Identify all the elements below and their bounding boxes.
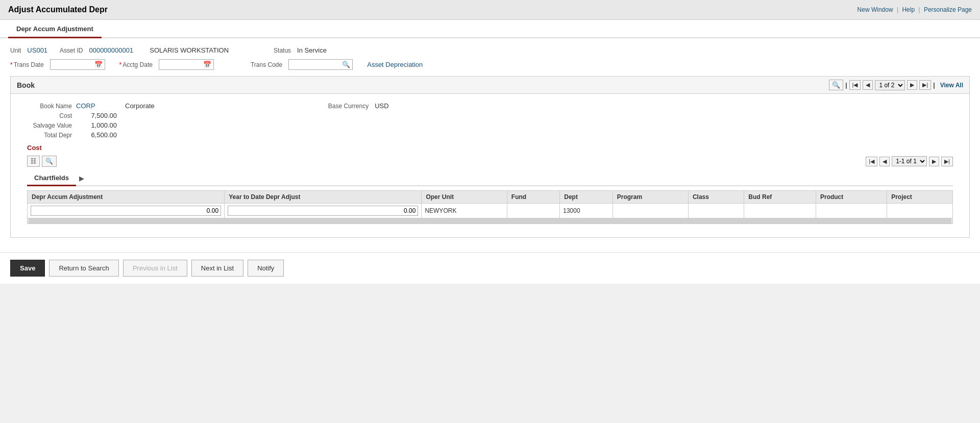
cell-program: [612, 204, 688, 218]
chartfields-tab[interactable]: Chartfields: [27, 171, 76, 186]
input-depr-accum-adjustment[interactable]: [31, 206, 221, 216]
cell-ytd-depr-adjust[interactable]: [225, 204, 422, 218]
scrollbar-row: [28, 218, 953, 224]
cell-fund: [507, 204, 559, 218]
col-oper-unit: Oper Unit: [422, 191, 507, 204]
help-link[interactable]: Help: [902, 6, 915, 13]
trans-code-search-icon[interactable]: 🔍: [342, 61, 350, 68]
salvage-value-label: Salvage Value: [21, 122, 72, 129]
book-last-btn[interactable]: ▶|: [919, 80, 931, 90]
col-class: Class: [688, 191, 744, 204]
form-row-2: Trans Date 12/19/2023 📅 Acctg Date 12/19…: [10, 59, 970, 70]
cell-depr-accum-adjustment[interactable]: [28, 204, 225, 218]
trans-date-label: Trans Date: [10, 61, 44, 68]
book-section-panel: Book 🔍 | |◀ ◀ 1 of 2 2 of 2 ▶ ▶| | View …: [10, 76, 970, 238]
cost-nav: |◀ ◀ 1-1 of 1 ▶ ▶|: [866, 156, 953, 166]
chartfields-tabs-row: Chartfields ▶: [27, 171, 953, 186]
cost-page-select[interactable]: 1-1 of 1: [892, 156, 927, 166]
book-name-row: Book Name CORP Corporate: [21, 102, 155, 110]
book-left-fields: Book Name CORP Corporate Cost 7,500.00 S…: [21, 102, 155, 139]
salvage-value-row: Salvage Value 1,000.00: [21, 121, 155, 129]
form-row-1: Unit US001 Asset ID 000000000001 SOLARIS…: [10, 46, 970, 54]
base-currency-row: Base Currency USD: [328, 102, 389, 110]
trans-date-cal-icon[interactable]: 📅: [94, 61, 103, 68]
trans-code-wrap: 🔍: [288, 59, 353, 70]
book-next-btn[interactable]: ▶: [907, 80, 917, 90]
col-dept: Dept: [560, 191, 613, 204]
return-to-search-button[interactable]: Return to Search: [49, 260, 118, 277]
cost-grid-btn[interactable]: ☷: [27, 156, 40, 167]
trans-code-input[interactable]: [291, 61, 342, 68]
acctg-date-wrap: 12/19/2023 📅: [159, 59, 214, 70]
bottom-bar: Save Return to Search Previous in List N…: [0, 252, 980, 284]
input-ytd-depr-adjust[interactable]: [228, 206, 418, 216]
personalize-link[interactable]: Personalize Page: [924, 6, 972, 13]
trans-date-input[interactable]: 12/19/2023: [53, 61, 93, 68]
cost-last-btn[interactable]: ▶|: [941, 157, 953, 166]
table-header-row: Depr Accum Adjustment Year to Date Depr …: [28, 191, 953, 204]
notify-button[interactable]: Notify: [248, 260, 284, 277]
asset-name: SOLARIS WORKSTATION: [150, 46, 229, 54]
previous-in-list-button[interactable]: Previous in List: [123, 260, 187, 277]
cost-next-btn[interactable]: ▶: [929, 157, 939, 166]
status-label: Status: [274, 47, 291, 54]
cost-toolbar: ☷ 🔍 |◀ ◀ 1-1 of 1 ▶ ▶|: [27, 156, 953, 167]
cost-row: Cost 7,500.00: [21, 112, 155, 119]
col-depr-accum-adjustment: Depr Accum Adjustment: [28, 191, 225, 204]
book-first-btn[interactable]: |◀: [849, 80, 861, 90]
cost-first-btn[interactable]: |◀: [866, 157, 877, 166]
trans-code-label: Trans Code: [251, 61, 282, 68]
book-page-select[interactable]: 1 of 2 2 of 2: [875, 80, 905, 90]
cell-project: [887, 204, 953, 218]
new-window-link[interactable]: New Window: [857, 6, 893, 13]
book-fields-row: Book Name CORP Corporate Cost 7,500.00 S…: [21, 102, 959, 139]
book-view-all-link[interactable]: View All: [940, 82, 963, 89]
tab-depr-accum-adjustment[interactable]: Depr Accum Adjustment: [8, 20, 102, 38]
book-name-code: CORP: [76, 102, 117, 110]
page-title: Adjust Accumulated Depr: [8, 5, 108, 14]
total-depr-value: 6,500.00: [76, 131, 117, 139]
cost-label: Cost: [21, 112, 72, 119]
cost-search-btn[interactable]: 🔍: [42, 156, 57, 167]
next-in-list-button[interactable]: Next in List: [191, 260, 243, 277]
cell-oper-unit: NEWYORK: [422, 204, 507, 218]
main-content: Unit US001 Asset ID 000000000001 SOLARIS…: [0, 38, 980, 252]
acctg-date-cal-icon[interactable]: 📅: [203, 61, 211, 68]
base-currency-label: Base Currency: [328, 103, 369, 110]
unit-value: US001: [27, 46, 47, 54]
total-depr-row: Total Depr 6,500.00: [21, 131, 155, 139]
book-name-label: Book Name: [21, 103, 72, 110]
salvage-value-value: 1,000.00: [76, 121, 117, 129]
col-bud-ref: Bud Ref: [744, 191, 816, 204]
cost-section: Cost ☷ 🔍 |◀ ◀ 1-1 of 1 ▶ ▶|: [27, 144, 953, 224]
status-value: In Service: [297, 46, 327, 54]
book-section-title: Book: [17, 81, 35, 89]
acctg-date-input[interactable]: 12/19/2023: [161, 61, 202, 68]
asset-depreciation-link[interactable]: Asset Depreciation: [367, 61, 423, 68]
book-section-header: Book 🔍 | |◀ ◀ 1 of 2 2 of 2 ▶ ▶| | View …: [11, 77, 969, 94]
book-body: Book Name CORP Corporate Cost 7,500.00 S…: [11, 94, 969, 237]
trans-date-wrap: 12/19/2023 📅: [50, 59, 105, 70]
book-search-btn[interactable]: 🔍: [829, 80, 843, 90]
chartfields-tab-icon[interactable]: ▶: [79, 175, 84, 182]
col-project: Project: [887, 191, 953, 204]
book-prev-btn[interactable]: ◀: [863, 80, 873, 90]
top-nav: New Window | Help | Personalize Page: [857, 6, 972, 13]
cost-value: 7,500.00: [76, 112, 117, 119]
cost-header: Cost: [27, 144, 953, 152]
acctg-date-label: Acctg Date: [119, 61, 153, 68]
book-right-fields: Base Currency USD: [328, 102, 389, 139]
book-section-nav: 🔍 | |◀ ◀ 1 of 2 2 of 2 ▶ ▶| | View All: [829, 80, 963, 90]
cell-class: [688, 204, 744, 218]
cell-dept: 13000: [560, 204, 613, 218]
tab-bar: Depr Accum Adjustment: [0, 20, 980, 38]
base-currency-value: USD: [375, 102, 388, 110]
col-fund: Fund: [507, 191, 559, 204]
save-button[interactable]: Save: [10, 260, 45, 277]
asset-id-value: 000000000001: [89, 46, 133, 54]
cost-prev-btn[interactable]: ◀: [879, 157, 890, 166]
top-header: Adjust Accumulated Depr New Window | Hel…: [0, 0, 980, 20]
asset-id-label: Asset ID: [60, 47, 83, 54]
cost-toolbar-left: ☷ 🔍: [27, 156, 57, 167]
cell-product: [816, 204, 887, 218]
